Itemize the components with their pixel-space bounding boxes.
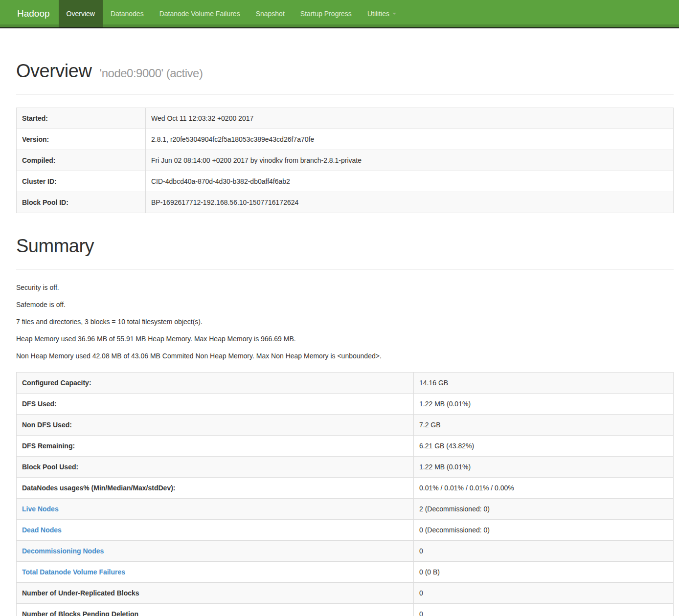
nav-item-overview[interactable]: Overview xyxy=(59,0,103,27)
filesystem-objects-text: 7 files and directories, 3 blocks = 10 t… xyxy=(16,317,674,327)
row-label: Compiled: xyxy=(17,150,146,171)
table-row: Compiled: Fri Jun 02 08:14:00 +0200 2017… xyxy=(17,150,674,171)
summary-divider xyxy=(16,269,674,270)
row-label: Number of Under-Replicated Blocks xyxy=(17,583,414,604)
table-row: Version: 2.8.1, r20fe5304904fc2f5a18053c… xyxy=(17,129,674,150)
overview-info-table: Started: Wed Oct 11 12:03:32 +0200 2017 … xyxy=(16,108,674,213)
row-value: Wed Oct 11 12:03:32 +0200 2017 xyxy=(146,108,674,129)
row-label: Version: xyxy=(17,129,146,150)
row-value: 6.21 GB (43.82%) xyxy=(414,436,674,457)
table-row: Cluster ID: CID-4dbcd40a-870d-4d30-b382-… xyxy=(17,171,674,192)
heap-memory-text: Heap Memory used 36.96 MB of 55.91 MB He… xyxy=(16,334,674,344)
table-row: Non DFS Used: 7.2 GB xyxy=(17,415,674,436)
row-value: 2 (Decommissioned: 0) xyxy=(414,499,674,520)
summary-table: Configured Capacity: 14.16 GB DFS Used: … xyxy=(16,372,674,616)
row-value: BP-1692617712-192.168.56.10-150771617262… xyxy=(146,192,674,213)
row-label: Cluster ID: xyxy=(17,171,146,192)
nav-item-snapshot[interactable]: Snapshot xyxy=(248,0,293,27)
security-status-text: Security is off. xyxy=(16,283,674,292)
table-row: DFS Remaining: 6.21 GB (43.82%) xyxy=(17,436,674,457)
row-label: Started: xyxy=(17,108,146,129)
non-heap-memory-text: Non Heap Memory used 42.08 MB of 43.06 M… xyxy=(16,351,674,361)
table-row: Live Nodes 2 (Decommissioned: 0) xyxy=(17,499,674,520)
row-value: 0 xyxy=(414,541,674,562)
summary-paragraphs: Security is off. Safemode is off. 7 file… xyxy=(16,283,674,361)
nav-item-datanode-volume-failures[interactable]: Datanode Volume Failures xyxy=(152,0,248,27)
row-value: Fri Jun 02 08:14:00 +0200 2017 by vinodk… xyxy=(146,150,674,171)
safemode-status-text: Safemode is off. xyxy=(16,300,674,309)
row-value: 0.01% / 0.01% / 0.01% / 0.00% xyxy=(414,478,674,499)
table-row: Block Pool Used: 1.22 MB (0.01%) xyxy=(17,457,674,478)
summary-title: Summary xyxy=(16,236,674,257)
table-row: Block Pool ID: BP-1692617712-192.168.56.… xyxy=(17,192,674,213)
total-datanode-volume-failures-link[interactable]: Total Datanode Volume Failures xyxy=(22,568,125,576)
table-row: Decommissioning Nodes 0 xyxy=(17,541,674,562)
page-title-text: Overview xyxy=(16,61,91,81)
nav-item-datanodes[interactable]: Datanodes xyxy=(103,0,152,27)
row-value: 2.8.1, r20fe5304904fc2f5a18053c389e43cd2… xyxy=(146,129,674,150)
row-label: Number of Blocks Pending Deletion xyxy=(17,604,414,616)
table-row: Dead Nodes 0 (Decommissioned: 0) xyxy=(17,520,674,541)
row-value: 0 (0 B) xyxy=(414,562,674,583)
live-nodes-link[interactable]: Live Nodes xyxy=(22,505,59,513)
row-value: 1.22 MB (0.01%) xyxy=(414,394,674,415)
nav-item-utilities-label: Utilities xyxy=(367,10,389,18)
main-content: Overview 'node0:9000' (active) Started: … xyxy=(0,61,679,616)
nav-item-utilities-dropdown[interactable]: Utilities xyxy=(360,0,404,27)
page-title: Overview 'node0:9000' (active) xyxy=(16,61,674,82)
row-label: Total Datanode Volume Failures xyxy=(17,562,414,583)
row-value: 7.2 GB xyxy=(414,415,674,436)
row-label: DFS Used: xyxy=(17,394,414,415)
table-row: DFS Used: 1.22 MB (0.01%) xyxy=(17,394,674,415)
row-label: Decommissioning Nodes xyxy=(17,541,414,562)
table-row: DataNodes usages% (Min/Median/Max/stdDev… xyxy=(17,478,674,499)
row-value: CID-4dbcd40a-870d-4d30-b382-db0aff4f6ab2 xyxy=(146,171,674,192)
page-title-subtitle: 'node0:9000' (active) xyxy=(96,66,203,80)
row-value: 0 xyxy=(414,583,674,604)
table-row: Number of Blocks Pending Deletion 0 xyxy=(17,604,674,616)
row-label: Block Pool Used: xyxy=(17,457,414,478)
row-label: Block Pool ID: xyxy=(17,192,146,213)
nav-item-startup-progress[interactable]: Startup Progress xyxy=(293,0,360,27)
row-label: Configured Capacity: xyxy=(17,373,414,394)
hadoop-brand[interactable]: Hadoop xyxy=(0,0,59,27)
table-row: Configured Capacity: 14.16 GB xyxy=(17,373,674,394)
caret-down-icon xyxy=(392,13,396,15)
row-value: 1.22 MB (0.01%) xyxy=(414,457,674,478)
dead-nodes-link[interactable]: Dead Nodes xyxy=(22,526,62,534)
table-row: Total Datanode Volume Failures 0 (0 B) xyxy=(17,562,674,583)
title-divider xyxy=(16,94,674,95)
row-value: 0 xyxy=(414,604,674,616)
row-label: Non DFS Used: xyxy=(17,415,414,436)
table-row: Number of Under-Replicated Blocks 0 xyxy=(17,583,674,604)
row-label: Dead Nodes xyxy=(17,520,414,541)
top-navbar: Hadoop Overview Datanodes Datanode Volum… xyxy=(0,0,679,28)
row-label: Live Nodes xyxy=(17,499,414,520)
row-value: 14.16 GB xyxy=(414,373,674,394)
decommissioning-nodes-link[interactable]: Decommissioning Nodes xyxy=(22,547,104,555)
table-row: Started: Wed Oct 11 12:03:32 +0200 2017 xyxy=(17,108,674,129)
row-label: DataNodes usages% (Min/Median/Max/stdDev… xyxy=(17,478,414,499)
row-value: 0 (Decommissioned: 0) xyxy=(414,520,674,541)
row-label: DFS Remaining: xyxy=(17,436,414,457)
